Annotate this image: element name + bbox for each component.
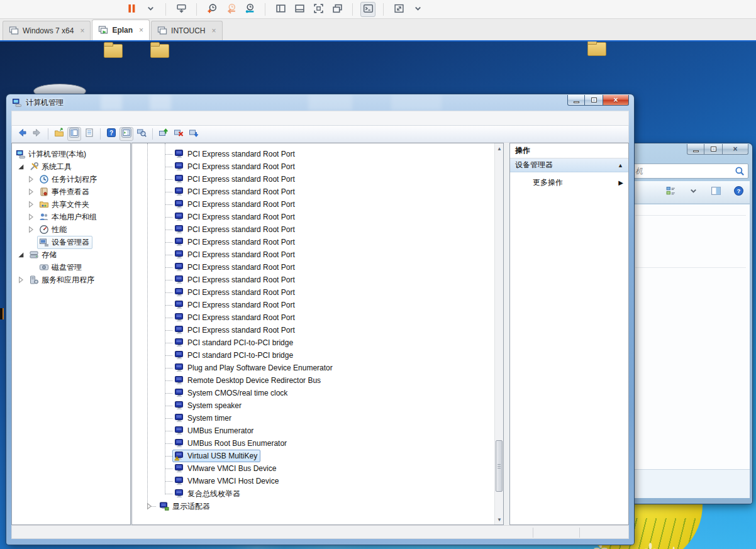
cm-toolbar-button[interactable]: ? — [104, 127, 118, 141]
desktop-icon-folder[interactable] — [150, 44, 169, 58]
tree-collapsed-icon[interactable] — [27, 201, 35, 208]
tree-expanded-icon[interactable] — [17, 163, 25, 170]
vmware-toolbar-button[interactable] — [330, 2, 345, 17]
cm-toolbar-button[interactable] — [52, 127, 66, 141]
tree-collapsed-icon[interactable] — [27, 226, 35, 233]
action-pane-section[interactable]: 设备管理器 ▲ — [510, 158, 628, 172]
desktop-icon-folder[interactable] — [104, 44, 123, 58]
vmware-toolbar-button[interactable] — [143, 2, 158, 17]
device-row[interactable]: UMBus Root Bus Enumerator — [132, 437, 494, 450]
device-row[interactable]: PCI Express standard Root Port — [132, 248, 494, 261]
vmware-menu-item[interactable] — [53, 0, 70, 19]
device-row[interactable]: PCI Express standard Root Port — [132, 186, 494, 198]
tree-collapsed-icon[interactable] — [27, 175, 35, 183]
tab-close-icon[interactable]: × — [212, 26, 216, 35]
tree-collapsed-icon[interactable] — [17, 276, 25, 284]
explorer-content[interactable] — [633, 204, 750, 469]
device-row[interactable]: PCI Express standard Root Port — [132, 198, 494, 211]
cm-toolbar-button[interactable] — [187, 127, 201, 141]
device-row[interactable]: System CMOS/real time clock — [132, 387, 494, 399]
tree-item[interactable]: 事件查看器 — [12, 186, 130, 198]
vm-tab[interactable]: Eplan × — [92, 19, 150, 40]
cm-toolbar-button[interactable] — [157, 127, 170, 141]
device-row[interactable]: PCI Express standard Root Port — [132, 211, 494, 223]
device-row[interactable]: Plug and Play Software Device Enumerator — [132, 362, 494, 374]
vmware-menu-item[interactable] — [35, 0, 53, 19]
vmware-toolbar-button[interactable] — [273, 2, 288, 17]
tree-item[interactable]: 存储 — [12, 248, 130, 261]
device-row[interactable]: PCI Express standard Root Port — [132, 299, 494, 311]
tree-collapsed-icon[interactable] — [27, 213, 35, 221]
tree-item[interactable]: 系统工具 — [12, 160, 130, 173]
device-row[interactable]: PCI Express standard Root Port — [132, 160, 494, 173]
vmware-toolbar-button[interactable] — [124, 2, 139, 17]
more-actions-item[interactable]: 更多操作 ▶ — [510, 175, 628, 189]
desktop-icon-folder[interactable] — [587, 42, 606, 56]
scroll-up-arrow[interactable]: ▲ — [495, 143, 504, 153]
vmware-toolbar-button[interactable] — [292, 2, 307, 17]
vertical-scrollbar[interactable]: ▲ ▼ — [494, 143, 503, 524]
cm-titlebar[interactable]: 计算机管理 — [6, 94, 634, 111]
vmware-menu-item[interactable] — [18, 0, 35, 19]
scrollbar-thumb[interactable] — [496, 440, 503, 492]
tree-item[interactable]: 本地用户和组 — [12, 211, 130, 223]
device-row[interactable]: PCI Express standard Root Port — [132, 148, 494, 160]
device-row[interactable]: PCI Express standard Root Port — [132, 286, 494, 299]
vm-tab[interactable]: INTOUCH × — [151, 21, 222, 40]
vmware-toolbar-button[interactable] — [223, 2, 238, 17]
computer-management-window[interactable]: 计算机管理 × ? — [6, 94, 634, 545]
cm-toolbar-button[interactable] — [15, 127, 29, 141]
vmware-toolbar-button[interactable] — [174, 2, 189, 17]
tree-collapsed-icon[interactable] — [27, 188, 35, 196]
device-row[interactable]: PCI Express standard Root Port — [132, 324, 494, 336]
vmware-toolbar-button[interactable] — [311, 2, 326, 17]
cm-toolbar-button[interactable] — [82, 127, 96, 141]
vm-tab[interactable]: Windows 7 x64 × — [3, 21, 91, 40]
tree-item[interactable]: 计算机管理(本地) — [12, 148, 130, 160]
tree-item[interactable]: 性能 — [12, 223, 130, 236]
vmware-toolbar-button[interactable] — [204, 2, 220, 17]
collapse-caret-icon[interactable]: ▲ — [618, 162, 623, 169]
vmware-toolbar-button[interactable] — [391, 2, 406, 17]
cm-toolbar-button[interactable] — [30, 127, 44, 141]
device-row[interactable]: PCI standard PCI-to-PCI bridge — [132, 349, 494, 362]
vmware-menu-item[interactable] — [88, 0, 106, 19]
tree-collapsed-icon[interactable] — [145, 502, 153, 510]
maximize-button[interactable] — [585, 95, 603, 106]
cm-toolbar-button[interactable] — [135, 127, 148, 141]
device-row[interactable]: PCI Express standard Root Port — [132, 274, 494, 286]
device-row[interactable]: 显示适配器 — [132, 500, 494, 513]
explorer-toolbar-button[interactable] — [708, 185, 723, 200]
minimize-button[interactable] — [567, 95, 585, 106]
tree-expanded-icon[interactable] — [17, 251, 25, 258]
device-row[interactable]: VMware VMCI Host Device — [132, 475, 494, 487]
cm-toolbar-button[interactable] — [172, 127, 186, 141]
vmware-menu-item[interactable] — [0, 0, 18, 19]
tab-close-icon[interactable]: × — [139, 26, 143, 35]
device-row[interactable]: PCI Express standard Root Port — [132, 223, 494, 236]
vmware-toolbar-button[interactable] — [360, 2, 375, 17]
device-row[interactable]: Remote Desktop Device Redirector Bus — [132, 374, 494, 387]
minimize-button[interactable] — [687, 144, 704, 155]
tab-close-icon[interactable]: × — [80, 26, 84, 35]
cm-toolbar-button[interactable] — [67, 127, 81, 141]
explorer-toolbar-button[interactable]: ? — [731, 185, 746, 200]
explorer-window[interactable]: × 机 ? — [630, 143, 752, 504]
device-row[interactable]: PCI standard PCI-to-PCI bridge — [132, 336, 494, 349]
device-row[interactable]: UMBus Enumerator — [132, 424, 494, 437]
explorer-toolbar-button[interactable] — [686, 185, 701, 200]
device-row[interactable]: 复合总线枚举器 — [132, 487, 494, 500]
panel-splitter[interactable] — [504, 143, 509, 525]
device-row[interactable]: PCI Express standard Root Port — [132, 173, 494, 186]
vmware-toolbar-button[interactable] — [242, 2, 257, 17]
device-row[interactable]: PCI Express standard Root Port — [132, 236, 494, 248]
vmware-toolbar-button[interactable] — [410, 2, 425, 17]
cm-toolbar-button[interactable] — [120, 127, 133, 141]
tree-item[interactable]: 任务计划程序 — [12, 173, 130, 186]
device-row[interactable]: PCI Express standard Root Port — [132, 311, 494, 324]
explorer-toolbar-button[interactable] — [663, 185, 678, 200]
tree-item[interactable]: 服务和应用程序 — [12, 274, 130, 286]
search-input[interactable]: 机 — [633, 164, 748, 179]
device-row[interactable]: VMware VMCI Bus Device — [132, 462, 494, 475]
device-row[interactable]: System timer — [132, 412, 494, 424]
